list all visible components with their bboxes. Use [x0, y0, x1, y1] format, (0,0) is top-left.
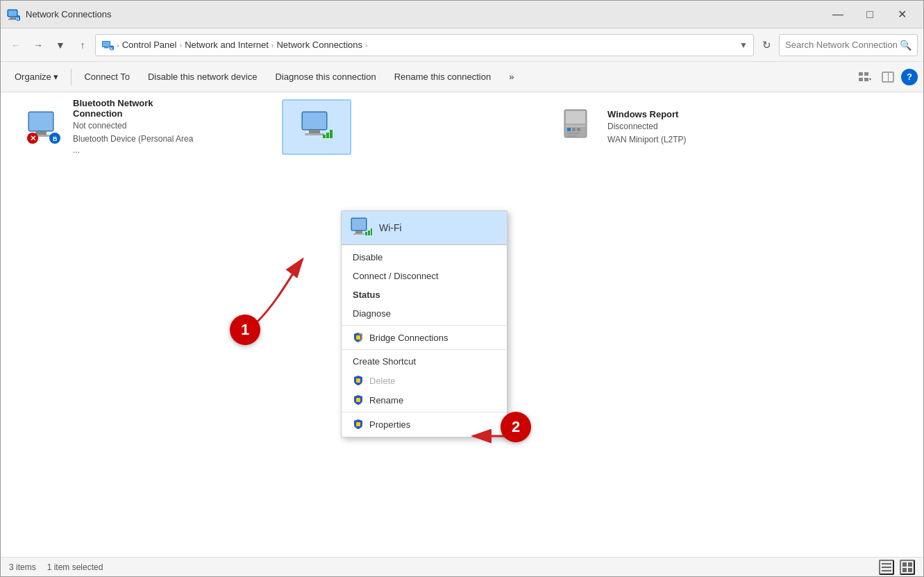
help-button[interactable]: ? — [901, 69, 918, 85]
bluetooth-device: Bluetooth Device (Personal Area ... — [73, 133, 201, 157]
network-item-windows-report[interactable]: Windows Report Disconnected WAN Miniport… — [549, 99, 744, 155]
svg-rect-48 — [572, 128, 576, 131]
bluetooth-icon: ✕ B — [23, 106, 65, 148]
svg-rect-35 — [355, 231, 362, 233]
maximize-button[interactable]: □ — [854, 1, 886, 28]
network-item-bluetooth[interactable]: ✕ B Bluetooth Network Connection Not con… — [15, 99, 209, 155]
svg-text:✕: ✕ — [30, 134, 36, 142]
wifi-icon-container — [298, 108, 336, 147]
windows-report-status: Disconnected — [607, 121, 687, 133]
window-title: Network Connections — [26, 9, 822, 19]
ctx-item-create-shortcut[interactable]: Create Shortcut — [342, 352, 507, 371]
arrow-1 — [195, 231, 334, 370]
svg-rect-39 — [371, 228, 372, 235]
connect-to-button[interactable]: Connect To — [76, 65, 138, 90]
ctx-item-diagnose[interactable]: Diagnose — [342, 304, 507, 323]
path-control-panel[interactable]: Control Panel — [122, 40, 177, 50]
svg-rect-13 — [859, 78, 863, 81]
search-input[interactable] — [785, 40, 897, 50]
address-path[interactable]: N › Control Panel › Network and Internet… — [95, 34, 754, 56]
ctx-item-bridge[interactable]: Bridge Connections — [342, 328, 507, 347]
windows-report-device: WAN Miniport (L2TP) — [607, 134, 687, 146]
svg-rect-7 — [103, 42, 110, 47]
context-menu: Wi-Fi Disable Connect / Disconnect Statu… — [341, 210, 507, 437]
svg-rect-11 — [859, 72, 863, 76]
diagnose-button[interactable]: Diagnose this connection — [267, 65, 384, 90]
wifi-selected-highlight[interactable] — [282, 99, 351, 155]
back-button[interactable]: ← — [6, 35, 26, 55]
bluetooth-name: Bluetooth Network Connection — [73, 98, 201, 119]
minimize-button[interactable]: — — [822, 1, 854, 28]
context-menu-header: Wi-Fi — [342, 211, 507, 245]
windows-report-name: Windows Report — [607, 109, 687, 119]
svg-rect-1 — [10, 17, 15, 19]
ctx-item-connect-disconnect[interactable]: Connect / Disconnect — [342, 267, 507, 285]
pane-button[interactable] — [877, 67, 898, 87]
path-icon: N — [101, 39, 114, 51]
svg-rect-42 — [356, 398, 360, 402]
windows-report-icon — [557, 106, 599, 148]
toolbar-right: ? — [854, 67, 918, 87]
computer-icon-wan — [557, 106, 599, 148]
addressbar: ← → ▼ ↑ N › Control Panel › Network and … — [1, 28, 923, 62]
ctx-item-disable[interactable]: Disable — [342, 248, 507, 267]
svg-rect-56 — [882, 570, 891, 571]
wifi-computer-icon — [298, 108, 336, 147]
window-icon: N — [6, 8, 20, 22]
disable-button[interactable]: Disable this network device — [140, 65, 266, 90]
toolbar: Organize ▾ Connect To Disable this netwo… — [1, 62, 923, 92]
refresh-button[interactable]: ↻ — [757, 35, 776, 55]
recent-button[interactable]: ▼ — [51, 35, 70, 55]
svg-rect-30 — [323, 135, 326, 138]
step-badge-2: 2 — [501, 412, 531, 442]
ctx-item-properties[interactable]: Properties — [342, 415, 507, 434]
path-network-connections[interactable]: Network Connections — [276, 40, 362, 50]
svg-rect-34 — [352, 219, 366, 230]
view-options-button[interactable] — [854, 67, 875, 87]
svg-text:N: N — [16, 17, 19, 21]
ctx-sep-1 — [342, 325, 507, 326]
computer-icon-bt: ✕ B — [23, 106, 65, 148]
forward-button[interactable]: → — [28, 35, 48, 55]
search-box[interactable]: 🔍 — [779, 34, 918, 56]
svg-rect-20 — [35, 131, 47, 135]
svg-rect-28 — [309, 130, 320, 133]
more-button[interactable]: » — [501, 65, 522, 90]
selected-count: 1 item selected — [47, 562, 103, 572]
svg-rect-31 — [326, 133, 329, 138]
svg-rect-40 — [356, 335, 360, 340]
status-tile-view-btn[interactable] — [900, 560, 915, 575]
svg-rect-59 — [902, 568, 907, 572]
svg-rect-50 — [567, 133, 580, 134]
path-dropdown-arrow[interactable]: ▼ — [739, 40, 748, 50]
svg-rect-36 — [353, 233, 364, 235]
path-sep-4: › — [365, 41, 368, 49]
path-sep-2: › — [179, 41, 182, 49]
toolbar-separator-1 — [71, 69, 72, 85]
svg-rect-57 — [902, 562, 907, 567]
svg-marker-15 — [869, 78, 871, 81]
path-sep-1: › — [117, 41, 119, 49]
list-view-icon — [881, 562, 892, 573]
rename-button[interactable]: Rename this connection — [386, 65, 499, 90]
close-button[interactable]: ✕ — [886, 1, 918, 28]
ctx-item-rename[interactable]: Rename — [342, 390, 507, 410]
organize-button[interactable]: Organize ▾ — [6, 65, 67, 90]
svg-rect-14 — [864, 78, 868, 81]
svg-rect-49 — [577, 128, 580, 131]
svg-text:B: B — [53, 135, 58, 142]
titlebar: N Network Connections — □ ✕ — [1, 1, 923, 28]
ctx-item-delete[interactable]: Delete — [342, 371, 507, 390]
shield-icon-delete — [353, 375, 364, 386]
titlebar-controls: — □ ✕ — [822, 1, 918, 28]
window: N Network Connections — □ ✕ ← → ▼ ↑ N › … — [0, 0, 924, 577]
svg-rect-54 — [882, 563, 891, 565]
status-list-view-btn[interactable] — [879, 560, 894, 575]
up-button[interactable]: ↑ — [73, 35, 92, 55]
ctx-item-status[interactable]: Status — [342, 285, 507, 304]
ctx-sep-3 — [342, 412, 507, 412]
path-network-internet[interactable]: Network and Internet — [185, 40, 269, 50]
svg-rect-60 — [908, 568, 912, 572]
shield-icon-rename — [353, 394, 364, 405]
svg-rect-19 — [29, 112, 53, 131]
